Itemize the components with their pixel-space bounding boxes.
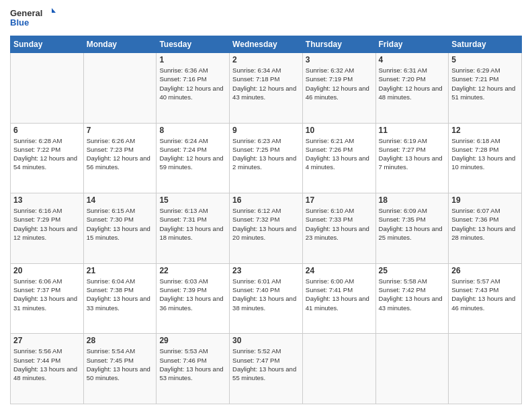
day-number: 2	[232, 55, 300, 64]
day-header-saturday: Saturday	[449, 36, 522, 53]
day-info: Sunrise: 6:26 AM Sunset: 7:23 PM Dayligh…	[87, 136, 154, 172]
calendar-cell: 1Sunrise: 6:36 AM Sunset: 7:16 PM Daylig…	[157, 53, 230, 124]
calendar-week-5: 27Sunrise: 5:56 AM Sunset: 7:44 PM Dayli…	[11, 334, 522, 404]
calendar-week-3: 13Sunrise: 6:16 AM Sunset: 7:29 PM Dayli…	[11, 193, 522, 264]
calendar-cell	[83, 53, 157, 124]
day-info: Sunrise: 6:10 AM Sunset: 7:33 PM Dayligh…	[306, 206, 373, 242]
day-info: Sunrise: 6:13 AM Sunset: 7:31 PM Dayligh…	[159, 206, 226, 242]
day-number: 8	[159, 126, 226, 135]
day-number: 7	[87, 126, 154, 135]
calendar-cell: 11Sunrise: 6:19 AM Sunset: 7:27 PM Dayli…	[375, 123, 449, 193]
svg-text:Blue: Blue	[10, 17, 29, 28]
calendar-cell: 3Sunrise: 6:32 AM Sunset: 7:19 PM Daylig…	[302, 53, 375, 124]
svg-text:General: General	[10, 8, 42, 18]
day-header-wednesday: Wednesday	[230, 36, 303, 53]
day-number: 3	[306, 55, 373, 64]
calendar-cell: 22Sunrise: 6:03 AM Sunset: 7:39 PM Dayli…	[157, 263, 230, 334]
generalblue-logo-icon: General Blue	[10, 7, 57, 30]
day-info: Sunrise: 6:36 AM Sunset: 7:16 PM Dayligh…	[159, 66, 226, 101]
calendar-cell: 24Sunrise: 6:00 AM Sunset: 7:41 PM Dayli…	[302, 263, 375, 334]
day-info: Sunrise: 5:52 AM Sunset: 7:47 PM Dayligh…	[232, 347, 300, 382]
day-number: 9	[232, 126, 300, 135]
calendar-cell: 12Sunrise: 6:18 AM Sunset: 7:28 PM Dayli…	[449, 123, 522, 193]
day-info: Sunrise: 5:58 AM Sunset: 7:42 PM Dayligh…	[379, 277, 446, 312]
calendar-cell	[11, 53, 84, 124]
day-info: Sunrise: 6:29 AM Sunset: 7:21 PM Dayligh…	[451, 66, 519, 101]
calendar-cell	[302, 334, 375, 404]
day-info: Sunrise: 6:28 AM Sunset: 7:22 PM Dayligh…	[13, 136, 81, 172]
day-info: Sunrise: 6:21 AM Sunset: 7:26 PM Dayligh…	[306, 136, 373, 172]
day-info: Sunrise: 6:12 AM Sunset: 7:32 PM Dayligh…	[232, 206, 300, 242]
day-info: Sunrise: 5:54 AM Sunset: 7:45 PM Dayligh…	[87, 347, 154, 382]
calendar-cell: 26Sunrise: 5:57 AM Sunset: 7:43 PM Dayli…	[449, 263, 522, 334]
calendar-cell: 4Sunrise: 6:31 AM Sunset: 7:20 PM Daylig…	[375, 53, 449, 124]
calendar-cell: 2Sunrise: 6:34 AM Sunset: 7:18 PM Daylig…	[230, 53, 303, 124]
day-header-friday: Friday	[375, 36, 449, 53]
calendar-cell: 16Sunrise: 6:12 AM Sunset: 7:32 PM Dayli…	[230, 193, 303, 264]
day-number: 21	[87, 266, 154, 275]
calendar-table: SundayMondayTuesdayWednesdayThursdayFrid…	[10, 36, 522, 404]
calendar-cell: 7Sunrise: 6:26 AM Sunset: 7:23 PM Daylig…	[83, 123, 157, 193]
day-header-monday: Monday	[83, 36, 157, 53]
day-number: 28	[87, 336, 154, 345]
calendar-cell: 23Sunrise: 6:01 AM Sunset: 7:40 PM Dayli…	[230, 263, 303, 334]
calendar-cell: 8Sunrise: 6:24 AM Sunset: 7:24 PM Daylig…	[157, 123, 230, 193]
day-info: Sunrise: 6:31 AM Sunset: 7:20 PM Dayligh…	[379, 66, 446, 101]
calendar-cell: 19Sunrise: 6:07 AM Sunset: 7:36 PM Dayli…	[449, 193, 522, 264]
day-info: Sunrise: 6:00 AM Sunset: 7:41 PM Dayligh…	[306, 277, 373, 312]
calendar-cell	[375, 334, 449, 404]
day-info: Sunrise: 6:34 AM Sunset: 7:18 PM Dayligh…	[232, 66, 300, 101]
day-number: 22	[159, 266, 226, 275]
day-info: Sunrise: 6:18 AM Sunset: 7:28 PM Dayligh…	[451, 136, 519, 172]
day-number: 10	[306, 126, 373, 135]
calendar-week-2: 6Sunrise: 6:28 AM Sunset: 7:22 PM Daylig…	[11, 123, 522, 193]
day-number: 14	[87, 195, 154, 205]
calendar-cell: 21Sunrise: 6:04 AM Sunset: 7:38 PM Dayli…	[83, 263, 157, 334]
day-header-thursday: Thursday	[302, 36, 375, 53]
calendar-cell: 17Sunrise: 6:10 AM Sunset: 7:33 PM Dayli…	[302, 193, 375, 264]
day-info: Sunrise: 6:16 AM Sunset: 7:29 PM Dayligh…	[13, 206, 81, 242]
calendar-cell: 28Sunrise: 5:54 AM Sunset: 7:45 PM Dayli…	[83, 334, 157, 404]
calendar-cell: 6Sunrise: 6:28 AM Sunset: 7:22 PM Daylig…	[11, 123, 84, 193]
day-number: 16	[232, 195, 300, 205]
calendar-cell: 25Sunrise: 5:58 AM Sunset: 7:42 PM Dayli…	[375, 263, 449, 334]
day-info: Sunrise: 6:03 AM Sunset: 7:39 PM Dayligh…	[159, 277, 226, 312]
day-number: 17	[306, 195, 373, 205]
day-number: 15	[159, 195, 226, 205]
calendar-cell	[449, 334, 522, 404]
calendar-cell: 10Sunrise: 6:21 AM Sunset: 7:26 PM Dayli…	[302, 123, 375, 193]
day-number: 5	[451, 55, 519, 64]
day-number: 4	[379, 55, 446, 64]
day-number: 27	[13, 336, 81, 345]
day-number: 26	[451, 266, 519, 275]
calendar-cell: 27Sunrise: 5:56 AM Sunset: 7:44 PM Dayli…	[11, 334, 84, 404]
calendar-cell: 15Sunrise: 6:13 AM Sunset: 7:31 PM Dayli…	[157, 193, 230, 264]
day-number: 12	[451, 126, 519, 135]
page: General Blue SundayMondayTuesdayWednesda…	[0, 0, 532, 411]
day-number: 6	[13, 126, 81, 135]
header: General Blue	[10, 7, 522, 30]
day-info: Sunrise: 6:04 AM Sunset: 7:38 PM Dayligh…	[87, 277, 154, 312]
day-number: 11	[379, 126, 446, 135]
calendar-week-1: 1Sunrise: 6:36 AM Sunset: 7:16 PM Daylig…	[11, 53, 522, 124]
day-header-sunday: Sunday	[11, 36, 84, 53]
calendar-cell: 13Sunrise: 6:16 AM Sunset: 7:29 PM Dayli…	[11, 193, 84, 264]
calendar-cell: 5Sunrise: 6:29 AM Sunset: 7:21 PM Daylig…	[449, 53, 522, 124]
day-number: 23	[232, 266, 300, 275]
calendar-cell: 30Sunrise: 5:52 AM Sunset: 7:47 PM Dayli…	[230, 334, 303, 404]
calendar-cell: 14Sunrise: 6:15 AM Sunset: 7:30 PM Dayli…	[83, 193, 157, 264]
day-info: Sunrise: 6:15 AM Sunset: 7:30 PM Dayligh…	[87, 206, 154, 242]
calendar-cell: 20Sunrise: 6:06 AM Sunset: 7:37 PM Dayli…	[11, 263, 84, 334]
svg-marker-1	[52, 8, 56, 13]
calendar-cell: 18Sunrise: 6:09 AM Sunset: 7:35 PM Dayli…	[375, 193, 449, 264]
calendar-header-row: SundayMondayTuesdayWednesdayThursdayFrid…	[11, 36, 522, 53]
calendar-week-4: 20Sunrise: 6:06 AM Sunset: 7:37 PM Dayli…	[11, 263, 522, 334]
day-number: 13	[13, 195, 81, 205]
day-info: Sunrise: 6:01 AM Sunset: 7:40 PM Dayligh…	[232, 277, 300, 312]
day-number: 29	[159, 336, 226, 345]
day-info: Sunrise: 5:53 AM Sunset: 7:46 PM Dayligh…	[159, 347, 226, 382]
day-number: 18	[379, 195, 446, 205]
day-number: 25	[379, 266, 446, 275]
day-info: Sunrise: 5:56 AM Sunset: 7:44 PM Dayligh…	[13, 347, 81, 382]
day-info: Sunrise: 6:06 AM Sunset: 7:37 PM Dayligh…	[13, 277, 81, 312]
